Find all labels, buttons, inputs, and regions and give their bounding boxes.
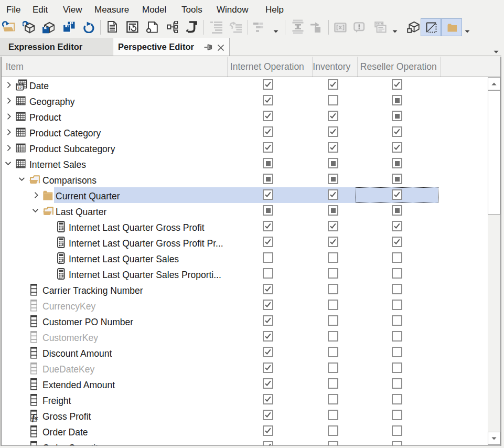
svg-text:12: 12 bbox=[18, 86, 22, 90]
